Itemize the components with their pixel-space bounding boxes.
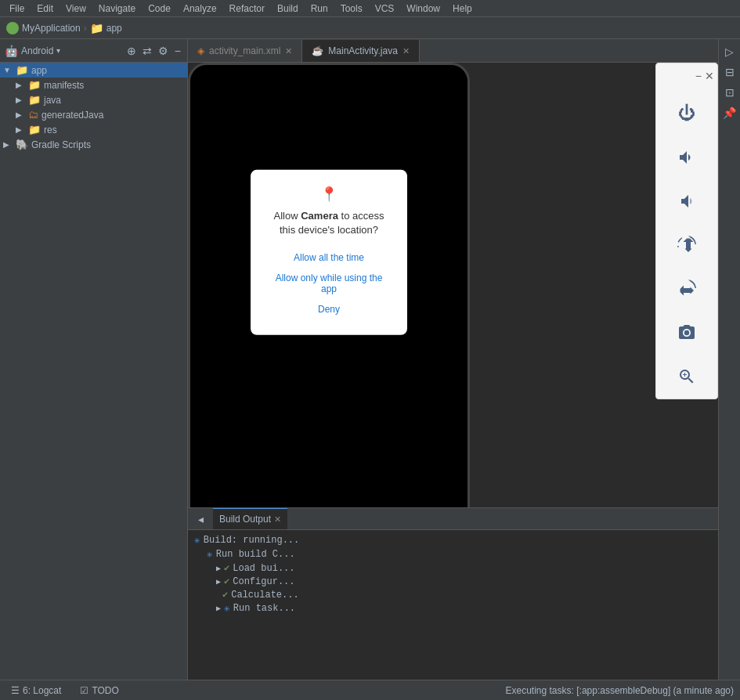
- todo-icon: ☑: [80, 685, 88, 696]
- menu-code[interactable]: Code: [142, 0, 177, 16]
- configure-text: Configur...: [233, 576, 294, 587]
- sidebar-dropdown-label: Android: [21, 45, 53, 56]
- menu-bar: File Edit View Navigate Code Analyze Ref…: [0, 0, 740, 17]
- zoom-in-button[interactable]: [671, 361, 702, 392]
- build-row-main: ✳ Build: running...: [194, 533, 712, 547]
- emulator-minimize-button[interactable]: −: [695, 70, 702, 82]
- sync-button[interactable]: ⇄: [141, 43, 153, 59]
- menu-edit[interactable]: Edit: [31, 0, 60, 16]
- breadcrumb-module[interactable]: app: [106, 23, 122, 34]
- menu-refactor[interactable]: Refactor: [223, 0, 271, 16]
- editor-area: ◈ activity_main.xml ✕ ☕ MainActivity.jav…: [188, 39, 718, 680]
- dialog-allow-always-button[interactable]: Allow all the time: [266, 247, 392, 267]
- side-action-btn-2[interactable]: ⊟: [720, 63, 739, 81]
- build-spin-icon: ✳: [194, 534, 200, 547]
- calculate-text: Calculate...: [231, 590, 298, 601]
- sidebar-actions: ⊕ ⇄ ⚙ −: [125, 43, 182, 59]
- side-action-btn-1[interactable]: ▷: [720, 42, 739, 61]
- phone-frame: 📍 Allow Camera to access this device's l…: [188, 63, 470, 507]
- emulator-close-button[interactable]: ✕: [705, 70, 714, 82]
- expand-load-icon: ▶: [216, 564, 221, 573]
- expand-arrow-gradle: ▶: [3, 140, 13, 149]
- breadcrumb-project[interactable]: MyApplication: [22, 23, 81, 34]
- generated-folder-icon: 🗂: [28, 109, 38, 121]
- tree-item-app[interactable]: ▼ 📁 app: [0, 63, 187, 78]
- expand-run-task-icon: ▶: [216, 604, 221, 613]
- menu-navigate[interactable]: Navigate: [92, 0, 142, 16]
- menu-analyze[interactable]: Analyze: [177, 0, 223, 16]
- tree-item-java[interactable]: ▶ 📁 java: [0, 92, 187, 107]
- tab-bar: ◈ activity_main.xml ✕ ☕ MainActivity.jav…: [188, 39, 718, 63]
- tab-close-java[interactable]: ✕: [402, 46, 410, 56]
- menu-file[interactable]: File: [3, 0, 31, 16]
- volume-down-button[interactable]: [671, 186, 702, 217]
- rotate-portrait-button[interactable]: [671, 229, 702, 261]
- tab-close-xml[interactable]: ✕: [285, 46, 292, 56]
- run-task-spin-icon: ✳: [224, 602, 230, 615]
- rotate-landscape-button[interactable]: [671, 273, 702, 305]
- tree-item-gradle[interactable]: ▶ 🐘 Gradle Scripts: [0, 137, 187, 152]
- settings-button[interactable]: ⚙: [157, 43, 170, 59]
- dialog-allow-while-using-button[interactable]: Allow only while using the app: [266, 267, 392, 298]
- build-output-tab[interactable]: Build Output ✕: [213, 508, 287, 529]
- dialog-deny-button[interactable]: Deny: [266, 298, 392, 319]
- status-bar: ☰ 6: Logcat ☑ TODO Executing tasks: [:ap…: [0, 680, 740, 700]
- tree-item-manifests[interactable]: ▶ 📁 manifests: [0, 78, 187, 92]
- expand-configure-icon: ▶: [216, 577, 221, 586]
- menu-help[interactable]: Help: [446, 0, 478, 16]
- camera-button[interactable]: [671, 317, 702, 348]
- tab-main-activity-java[interactable]: ☕ MainActivity.java ✕: [302, 40, 419, 62]
- build-output-tab-label: Build Output: [219, 514, 271, 525]
- tab-label-xml: activity_main.xml: [209, 45, 280, 56]
- menu-tools[interactable]: Tools: [334, 0, 369, 16]
- tree-label-app: app: [31, 65, 47, 76]
- manifests-folder-icon: 📁: [28, 79, 41, 91]
- add-button[interactable]: ⊕: [125, 43, 138, 59]
- res-folder-icon: 📁: [28, 124, 41, 135]
- volume-up-button[interactable]: [671, 142, 702, 173]
- menu-run[interactable]: Run: [305, 0, 334, 16]
- menu-view[interactable]: View: [60, 0, 92, 16]
- code-editor[interactable]: 1 2 3 package com.example.myapplication;…: [188, 63, 718, 507]
- build-row-calculate: ✔ Calculate...: [194, 588, 712, 601]
- java-file-icon: ☕: [312, 45, 323, 56]
- todo-tab[interactable]: ☑ TODO: [75, 685, 123, 696]
- sidebar-dropdown[interactable]: 🤖 Android ▾: [5, 45, 60, 57]
- logcat-tab[interactable]: ☰ 6: Logcat: [6, 685, 66, 696]
- module-folder-icon: 📁: [90, 22, 103, 34]
- tab-label-java: MainActivity.java: [328, 45, 397, 56]
- tree-item-generated-java[interactable]: ▶ 🗂 generatedJava: [0, 107, 187, 122]
- tree-item-res[interactable]: ▶ 📁 res: [0, 122, 187, 137]
- menu-vcs[interactable]: VCS: [369, 0, 401, 16]
- emulator-header: − ✕: [656, 70, 717, 82]
- build-row-run-build: ✳ Run build C...: [194, 547, 712, 561]
- side-action-pin-btn[interactable]: 📌: [720, 103, 739, 122]
- menu-build[interactable]: Build: [271, 0, 305, 16]
- power-button[interactable]: ⏻: [671, 98, 702, 129]
- tab-activity-main-xml[interactable]: ◈ activity_main.xml ✕: [188, 40, 302, 62]
- bottom-tab-bar: ◂ Build Output ✕: [188, 508, 718, 530]
- tree-label-java: java: [44, 95, 61, 106]
- calculate-check-icon: ✔: [222, 589, 228, 601]
- build-tab-close[interactable]: ✕: [274, 514, 281, 525]
- run-build-text: Run build C...: [216, 549, 295, 560]
- collapse-panel-button[interactable]: ◂: [191, 510, 210, 529]
- breadcrumb-separator: ›: [84, 23, 87, 34]
- run-build-spin-icon: ✳: [207, 548, 213, 561]
- side-action-btn-3[interactable]: ⊡: [720, 83, 739, 102]
- list-icon: ☰: [11, 685, 20, 696]
- permission-dialog: 📍 Allow Camera to access this device's l…: [251, 170, 407, 334]
- tree-label-gradle: Gradle Scripts: [31, 139, 91, 150]
- todo-label: TODO: [92, 685, 118, 696]
- bottom-panel: ◂ Build Output ✕ ✳ Build: running... ✳ R…: [188, 507, 718, 680]
- sidebar: 🤖 Android ▾ ⊕ ⇄ ⚙ − ▼ 📁 app ▶ 📁 man: [0, 39, 188, 680]
- build-row-run-task: ▶ ✳ Run task...: [194, 601, 712, 615]
- menu-window[interactable]: Window: [400, 0, 446, 16]
- side-action-bar: ▷ ⊟ ⊡ 📌: [718, 39, 740, 680]
- minimize-sidebar-button[interactable]: −: [173, 43, 182, 59]
- file-tree: ▼ 📁 app ▶ 📁 manifests ▶ 📁 java ▶ 🗂 gener…: [0, 63, 187, 680]
- load-text: Load bui...: [233, 563, 294, 574]
- tree-label-manifests: manifests: [44, 80, 84, 91]
- phone-screen: 📍 Allow Camera to access this device's l…: [190, 65, 467, 507]
- build-row-load: ▶ ✔ Load bui...: [194, 561, 712, 575]
